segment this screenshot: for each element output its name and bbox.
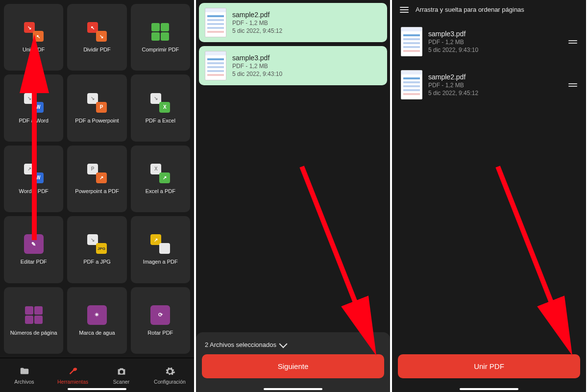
selection-count-row[interactable]: 2 Archivos seleccionados: [202, 339, 384, 354]
tab-archivos[interactable]: Archivos: [0, 358, 49, 392]
file-list: sample2.pdf PDF - 1,2 MB 5 dic 2022, 9:4…: [196, 0, 390, 88]
select-files-screen: sample2.pdf PDF - 1,2 MB 5 dic 2022, 9:4…: [196, 0, 392, 392]
drag-handle-icon[interactable]: [568, 83, 577, 87]
tool-label: PDF a Powerpoint: [75, 118, 119, 123]
drag-handle-icon[interactable]: [568, 40, 577, 44]
tool-dividir-pdf[interactable]: ↖ ↘ Dividir PDF: [67, 4, 126, 71]
tools-grid: ↘ ↖ Unir PDF ↖ ↘ Dividir PDF Comprimir P…: [0, 0, 194, 358]
tab-label: Archivos: [14, 379, 34, 385]
tool-numeros-pagina[interactable]: Números de página: [4, 287, 63, 354]
pdf-thumbnail-icon: [401, 27, 422, 56]
tool-unir-pdf[interactable]: ↘ ↖ Unir PDF: [4, 4, 63, 71]
rotate-icon: ⟳: [150, 305, 170, 325]
annotation-arrow: [292, 162, 380, 340]
file-date: 5 dic 2022, 9:43:10: [428, 47, 478, 53]
button-label: Siguiente: [278, 362, 309, 370]
pdf-to-ppt-icon: ↘ P: [87, 93, 107, 113]
camera-icon: [116, 366, 127, 377]
file-row[interactable]: sample3.pdf PDF - 1,2 MB 5 dic 2022, 9:4…: [395, 22, 583, 61]
tool-label: PDF a Excel: [146, 118, 175, 123]
page-numbers-icon: [24, 305, 44, 325]
pdf-thumbnail-icon: [401, 70, 422, 99]
file-name: sample3.pdf: [232, 54, 282, 62]
selection-footer: 2 Archivos seleccionados Siguiente: [196, 332, 390, 392]
tab-label: Herramientas: [57, 379, 88, 385]
annotation-arrow: [488, 162, 576, 340]
svg-line-2: [498, 167, 562, 328]
tab-configuracion[interactable]: Configuración: [146, 358, 194, 392]
wrench-icon: [68, 366, 78, 377]
image-to-pdf-icon: ↗: [150, 234, 170, 254]
tool-label: PDF a JPG: [83, 259, 111, 265]
compress-icon: [150, 22, 170, 42]
tab-herramientas[interactable]: Herramientas: [49, 358, 97, 392]
reorder-screen: Arrastra y suelta para ordenar páginas s…: [392, 0, 588, 392]
tool-editar-pdf[interactable]: ✎ Editar PDF: [4, 216, 63, 283]
tab-label: Scaner: [113, 379, 129, 385]
file-date: 5 dic 2022, 9:43:10: [232, 71, 282, 77]
tool-pdf-a-jpg[interactable]: ↘ JPG PDF a JPG: [67, 216, 126, 283]
pdf-to-word-icon: ↘ W: [24, 93, 44, 113]
file-meta: PDF - 1,2 MB: [232, 20, 282, 26]
gear-icon: [165, 366, 175, 377]
tool-pdf-a-excel[interactable]: ↘ X PDF a Excel: [131, 74, 190, 141]
home-indicator: [264, 388, 322, 390]
pdf-to-excel-icon: ↘ X: [150, 93, 170, 113]
pdf-thumbnail-icon: [205, 51, 226, 80]
file-row[interactable]: sample2.pdf PDF - 1,2 MB 5 dic 2022, 9:4…: [199, 3, 387, 42]
file-row[interactable]: sample3.pdf PDF - 1,2 MB 5 dic 2022, 9:4…: [199, 46, 387, 85]
svg-line-1: [302, 167, 366, 328]
tool-powerpoint-a-pdf[interactable]: P ↗ Powerpoint a PDF: [67, 146, 126, 212]
tools-screen: ↘ ↖ Unir PDF ↖ ↘ Dividir PDF Comprimir P…: [0, 0, 196, 392]
tool-pdf-a-powerpoint[interactable]: ↘ P PDF a Powerpoint: [67, 74, 126, 141]
tool-label: Powerpoint a PDF: [75, 188, 119, 194]
tool-label: Imagen a PDF: [143, 259, 178, 265]
tool-label: Rotar PDF: [147, 330, 173, 336]
selection-count: 2 Archivos seleccionados: [205, 341, 276, 348]
tab-scaner[interactable]: Scaner: [97, 358, 146, 392]
header-title: Arrastra y suelta para ordenar páginas: [416, 6, 524, 13]
merge-footer: Unir PDF: [392, 354, 586, 392]
tool-pdf-a-word[interactable]: ↘ W PDF a Word: [4, 74, 63, 141]
tool-label: Unir PDF: [23, 47, 45, 52]
reorder-list: sample3.pdf PDF - 1,2 MB 5 dic 2022, 9:4…: [392, 19, 586, 107]
file-meta: PDF - 1,2 MB: [428, 39, 478, 46]
chevron-down-icon: [279, 340, 287, 348]
tool-rotar-pdf[interactable]: ⟳ Rotar PDF: [131, 287, 190, 354]
button-label: Unir PDF: [474, 362, 504, 370]
file-row[interactable]: sample2.pdf PDF - 1,2 MB 5 dic 2022, 9:4…: [395, 65, 583, 104]
home-indicator: [68, 388, 126, 390]
tab-label: Configuración: [154, 379, 186, 385]
folder-icon: [19, 366, 30, 377]
bottom-tabbar: Archivos Herramientas Scaner Configuraci…: [0, 358, 194, 392]
tool-label: Dividir PDF: [83, 47, 111, 52]
pdf-to-jpg-icon: ↘ JPG: [87, 234, 107, 254]
file-name: sample2.pdf: [232, 11, 282, 19]
merge-button[interactable]: Unir PDF: [398, 354, 580, 378]
menu-icon[interactable]: [400, 9, 409, 10]
ppt-to-pdf-icon: P ↗: [87, 164, 107, 183]
tool-excel-a-pdf[interactable]: X ↗ Excel a PDF: [131, 146, 190, 212]
word-to-pdf-icon: ↗ W: [24, 164, 44, 183]
tool-word-a-pdf[interactable]: ↗ W Word a PDF: [4, 146, 63, 212]
watermark-icon: ✴: [87, 305, 107, 325]
pdf-thumbnail-icon: [205, 8, 226, 37]
tool-label: Marca de agua: [79, 330, 115, 336]
tool-marca-agua[interactable]: ✴ Marca de agua: [67, 287, 126, 354]
merge-icon: ↘ ↖: [24, 22, 44, 42]
file-name: sample3.pdf: [428, 30, 478, 38]
reorder-header: Arrastra y suelta para ordenar páginas: [392, 0, 586, 19]
tool-label: Excel a PDF: [146, 188, 175, 194]
tool-label: Word a PDF: [19, 188, 49, 194]
file-meta: PDF - 1,2 MB: [232, 63, 282, 70]
tool-comprimir-pdf[interactable]: Comprimir PDF: [131, 4, 190, 71]
home-indicator: [460, 388, 518, 390]
split-icon: ↖ ↘: [87, 22, 107, 42]
file-name: sample2.pdf: [428, 73, 478, 81]
tool-label: PDF a Word: [19, 118, 49, 123]
file-date: 5 dic 2022, 9:45:12: [428, 90, 478, 97]
tool-imagen-a-pdf[interactable]: ↗ Imagen a PDF: [131, 216, 190, 283]
tool-label: Editar PDF: [21, 259, 47, 265]
tool-label: Comprimir PDF: [142, 47, 179, 52]
next-button[interactable]: Siguiente: [202, 354, 384, 378]
